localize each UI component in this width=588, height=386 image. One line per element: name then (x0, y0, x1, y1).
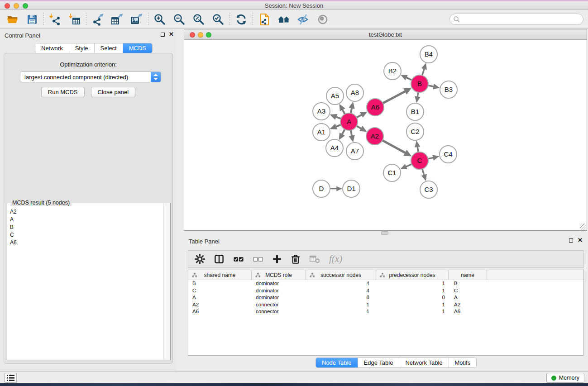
edge-B-B2[interactable] (406, 77, 412, 81)
result-scrollbar[interactable] (163, 203, 170, 360)
table-row[interactable]: A2connector11A2 (188, 301, 583, 309)
tab-style[interactable]: Style (69, 43, 95, 53)
splitter-handle[interactable] (381, 231, 388, 235)
graph-node-A6[interactable]: A6 (367, 99, 384, 116)
graph-node-A[interactable]: A (340, 113, 358, 130)
tab-network-table[interactable]: Network Table (399, 358, 449, 367)
import-table-icon[interactable] (68, 13, 81, 26)
tab-node-table[interactable]: Node Table (316, 358, 358, 367)
edge-A-A2[interactable] (356, 126, 362, 129)
graph-node-A5[interactable]: A5 (326, 87, 344, 105)
zoom-fit-icon[interactable] (192, 13, 205, 26)
hide-selected-eye-icon[interactable] (297, 13, 310, 26)
delete-column-trash-icon[interactable] (291, 254, 301, 264)
graph-node-C2[interactable]: C2 (406, 123, 424, 140)
run-mcds-button[interactable]: Run MCDS (41, 87, 85, 97)
edge-A-A4[interactable] (342, 129, 345, 135)
show-all-eye-icon[interactable] (316, 13, 329, 26)
table-row[interactable]: Adominator80A (188, 294, 583, 301)
edge-A6-B[interactable] (382, 91, 406, 103)
edge-A-A3[interactable] (335, 117, 341, 119)
add-column-icon[interactable] (272, 254, 282, 264)
tab-network[interactable]: Network (35, 43, 69, 53)
save-session-icon[interactable] (26, 13, 38, 26)
edge-A-A5[interactable] (342, 109, 345, 114)
graph-node-C[interactable]: C (411, 152, 428, 169)
graph-node-A7[interactable]: A7 (346, 143, 363, 160)
graph-node-B1[interactable]: B1 (406, 103, 424, 120)
tab-motifs[interactable]: Motifs (449, 358, 477, 367)
close-table-panel-icon[interactable]: ✕ (578, 238, 583, 243)
graph-node-B2[interactable]: B2 (384, 62, 401, 80)
close-panel-icon[interactable]: ✕ (169, 32, 174, 37)
tab-mcds[interactable]: MCDS (123, 43, 152, 53)
graph-node-D1[interactable]: D1 (343, 180, 360, 197)
mcds-result-item[interactable]: C (7, 231, 164, 238)
zoom-out-icon[interactable] (173, 13, 186, 26)
tab-select[interactable]: Select (95, 43, 123, 53)
mcds-result-item[interactable]: A (7, 215, 164, 223)
edge-B-B4[interactable] (422, 68, 424, 76)
table-settings-gear-icon[interactable] (195, 254, 205, 264)
export-table-icon[interactable] (111, 13, 124, 26)
export-network-icon[interactable] (91, 13, 104, 26)
graph-node-C1[interactable]: C1 (383, 164, 401, 181)
graph-node-C4[interactable]: C4 (440, 146, 457, 163)
table-row[interactable]: A6connector11A6 (188, 308, 583, 315)
column-header-predecessor-nodes[interactable]: predecessor nodes (376, 270, 449, 280)
table-row[interactable]: Bdominator41B (188, 280, 583, 287)
graph-node-C3[interactable]: C3 (420, 181, 437, 198)
edge-A-A6[interactable] (356, 114, 362, 118)
graph-node-A1[interactable]: A1 (313, 124, 330, 141)
edge-A-A1[interactable] (335, 124, 341, 127)
select-all-icon[interactable] (233, 254, 244, 264)
float-panel-icon[interactable] (161, 33, 165, 37)
float-table-panel-icon[interactable] (569, 238, 573, 243)
column-header-shared-name[interactable]: shared name (188, 270, 252, 280)
graph-node-A4[interactable]: A4 (326, 139, 343, 157)
graph-node-A2[interactable]: A2 (366, 128, 383, 145)
delete-table-icon[interactable] (309, 254, 320, 264)
open-session-icon[interactable] (6, 13, 19, 26)
mcds-result-item[interactable]: A2 (7, 208, 164, 215)
graph-node-D[interactable]: D (313, 180, 330, 197)
close-panel-button[interactable]: Close panel (91, 87, 136, 97)
edge-C-C1[interactable] (406, 164, 412, 167)
import-network-icon[interactable] (49, 13, 62, 26)
home-icon[interactable] (277, 13, 290, 26)
column-header-successor-nodes[interactable]: successor nodes (306, 270, 376, 280)
edge-A-A8[interactable] (351, 108, 352, 114)
zoom-in-icon[interactable] (153, 13, 166, 26)
graph-node-B3[interactable]: B3 (440, 81, 457, 98)
resize-grip-icon[interactable] (580, 224, 586, 230)
edge-B-B3[interactable] (428, 86, 434, 87)
column-header-name[interactable]: name (449, 270, 487, 280)
tab-edge-table[interactable]: Edge Table (358, 358, 400, 367)
network-canvas[interactable]: B4B2BB3A8A5A6A3B1AA1C2A2A4A7C4CC1C3DD1 (184, 40, 587, 230)
edge-C-C4[interactable] (428, 157, 434, 159)
mcds-result-item[interactable]: B (7, 223, 164, 231)
network-file-icon[interactable] (258, 13, 271, 26)
show-columns-icon[interactable] (214, 254, 225, 264)
search-input[interactable] (449, 14, 583, 25)
export-image-icon[interactable] (130, 13, 143, 26)
graph-node-A8[interactable]: A8 (346, 84, 363, 101)
column-header-MCDS-role[interactable]: MCDS role (252, 270, 306, 280)
graph-node-A3[interactable]: A3 (313, 103, 330, 120)
network-window-titlebar[interactable]: testGlobe.txt (184, 29, 587, 40)
edge-A2-C[interactable] (382, 140, 406, 153)
graph-node-B4[interactable]: B4 (420, 46, 437, 63)
edge-C-C2[interactable] (417, 146, 418, 152)
mcds-result-item[interactable]: A6 (7, 238, 164, 246)
memory-button[interactable]: Memory (546, 373, 584, 383)
table-row[interactable]: Cdominator41C (188, 287, 583, 295)
zoom-selected-icon[interactable] (212, 13, 225, 26)
refresh-icon[interactable] (235, 13, 248, 26)
optimization-criterion-dropdown[interactable]: largest connected component (directed) (20, 71, 161, 82)
function-builder-icon[interactable]: f(x) (329, 253, 342, 265)
task-history-button[interactable] (5, 373, 17, 383)
graph-node-B[interactable]: B (411, 75, 428, 92)
deselect-all-icon[interactable] (253, 254, 263, 264)
edge-A-A7[interactable] (351, 130, 352, 137)
edge-C-C3[interactable] (422, 168, 424, 176)
